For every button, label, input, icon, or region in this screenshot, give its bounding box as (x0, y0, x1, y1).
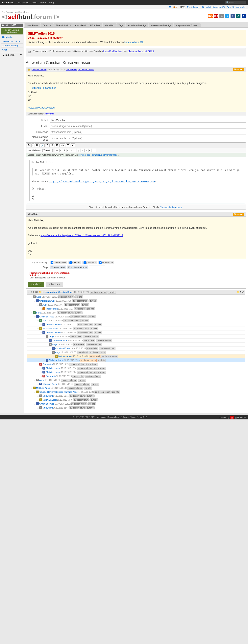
thread-author-link[interactable]: Auge (55, 351, 60, 354)
thread-main-author-link[interactable]: Christian Kruse (58, 291, 73, 293)
thread-forum-badge[interactable]: zu diesem forum (73, 398, 89, 402)
tag-xml-derivat-checkbox[interactable] (99, 262, 102, 264)
thread-info-badge[interactable]: zu diesem forum (101, 355, 118, 358)
sidebar-link-search[interactable]: SELFHTML Suche (1, 40, 23, 44)
thread-star[interactable]: ☆ (34, 391, 36, 393)
thread-author-link[interactable]: Auge (52, 343, 57, 346)
thread-main-forum-badge[interactable]: zu diesem forum (90, 291, 107, 294)
thread-forum-badge[interactable]: menschelei (77, 371, 89, 374)
tab-thread-ansicht[interactable]: Thread-Ansicht (54, 23, 73, 27)
thread-forum-badge[interactable]: zu diesem forum (66, 386, 83, 390)
tabulator-button[interactable]: Tabulator (42, 149, 53, 152)
tag-javascript[interactable]: javascript (82, 261, 97, 264)
thread-forum-badge[interactable]: menschelei (70, 335, 82, 338)
image-button[interactable]: 🖼 (55, 144, 60, 147)
laquo2-button[interactable]: « (88, 149, 91, 152)
thread-star[interactable]: ☆ (31, 312, 33, 314)
thread-author-link[interactable]: Sara (42, 320, 47, 322)
hash-button[interactable]: # (63, 149, 66, 152)
thread-star[interactable]: ☆ (34, 316, 36, 318)
thread-star[interactable]: ☆ (47, 340, 48, 342)
feedback-github-link[interactable]: öffne eine Issue auf GitHub (128, 50, 154, 52)
user-name-link[interactable]: Sara (173, 6, 178, 8)
tag-selfhtml-wiki-checkbox[interactable] (51, 262, 53, 264)
footer-selfhtml[interactable]: SELFHTML (85, 416, 95, 418)
thread-forum-badge[interactable]: zu diesem forum (73, 327, 89, 330)
thread-info-badge[interactable]: zur info (91, 382, 99, 386)
termitel-link[interactable]: @TERMITEL (235, 416, 247, 419)
thread-forum-badge[interactable]: zu diesem forum (58, 296, 74, 298)
meta-forum-select[interactable]: Meta-Forum (1, 53, 23, 57)
thread-star[interactable]: ☆ (37, 395, 39, 397)
preview-author-link[interactable]: Christian Kruse (32, 68, 46, 71)
thread-author-link[interactable]: Christian Kruse (46, 367, 61, 369)
footer-datenschutz[interactable]: Datenschutz (108, 416, 119, 418)
thread-forum-badge[interactable]: zu diesem forum (74, 382, 90, 386)
thread-forum-badge[interactable]: zu diesem forum (94, 390, 111, 394)
thread-info-badge[interactable]: zur info (94, 323, 102, 326)
arrow-right-button[interactable]: → (81, 149, 84, 152)
thread-forum-badge[interactable]: zu diesem forum (70, 402, 87, 405)
betreff-input[interactable] (50, 118, 246, 122)
thread-info-badge[interactable]: zur info (80, 319, 89, 322)
thread-author-link[interactable]: Auge (36, 296, 41, 298)
thread-author-link[interactable]: Auge (39, 379, 44, 381)
thread-star[interactable]: ☆ (37, 383, 39, 385)
tab-medaillen[interactable]: Medaillen (103, 23, 116, 27)
thread-author-link[interactable]: MudGuard (42, 406, 53, 409)
post-link[interactable]: Post (0) (227, 6, 234, 8)
em-dash-button[interactable]: — (55, 149, 59, 152)
thread-author-link[interactable]: Christian Kruse (42, 383, 57, 385)
ellipsis-button[interactable]: … (92, 149, 96, 152)
thread-info-badge[interactable]: zur info (74, 311, 82, 314)
thread-author-link[interactable]: Christian Kruse (46, 371, 61, 373)
thread-star[interactable]: ☆ (37, 399, 39, 401)
thread-star[interactable]: ☆ (31, 296, 33, 298)
tag-selfhtml[interactable]: selfhtml (68, 261, 81, 264)
thread-star[interactable]: ☆ (47, 344, 48, 346)
problematic-input[interactable] (50, 136, 246, 141)
thread-star[interactable]: ☆ (34, 379, 36, 381)
thread-author-link[interactable]: Christian Kruse (39, 300, 56, 302)
thread-forum-badge[interactable]: zu diesem forum (57, 311, 74, 314)
bold-button[interactable]: B (27, 144, 31, 147)
thread-info-badge[interactable]: zur info (83, 386, 92, 390)
quote-button[interactable]: "" (66, 144, 70, 147)
editor-content[interactable]: Hallo Matthias, Ah, oder meinst du, du k… (27, 158, 245, 204)
thread-forum-badge[interactable]: menschelei (86, 347, 98, 350)
editor-area[interactable]: Hallo Matthias, Ah, oder meinst du, du k… (27, 158, 245, 204)
eu-icon[interactable]: € (242, 14, 246, 18)
thread-info-badge[interactable]: zu diesem forum (84, 375, 101, 378)
thread-info-badge[interactable]: zur info (97, 359, 105, 362)
rss1-icon[interactable]: RSS (208, 14, 213, 18)
arrow-up-button[interactable]: ↑ (73, 149, 76, 152)
thread-author-link[interactable]: Christian Kruse (52, 339, 67, 342)
xing-icon[interactable]: X (236, 14, 240, 18)
thread-star[interactable]: ☆ (50, 351, 52, 354)
feedback-email-link[interactable]: forum@selfhtml.org (103, 50, 122, 52)
tab-benutzer[interactable]: Benutzer (41, 23, 54, 27)
thread-star[interactable]: ☆ (43, 336, 45, 338)
check-icon[interactable]: ✓ (242, 291, 244, 294)
rss2-icon[interactable]: rss (214, 14, 218, 18)
sidebar-link-zitate[interactable]: Zitatesammlung (1, 44, 23, 48)
thread-info-badge[interactable]: zu diesem forum (89, 371, 106, 374)
save-button[interactable]: speichern (28, 282, 44, 287)
email-input[interactable] (50, 124, 246, 128)
editor-link[interactable]: https://forum.selfhtml.org/meta/2015/oct… (49, 180, 155, 183)
thread-forum-badge[interactable]: menschelei (83, 339, 95, 342)
tag-selfhtml-checkbox[interactable] (69, 262, 72, 264)
thread-forum-badge[interactable]: zu diesem forum (70, 315, 87, 318)
new-post-button[interactable]: neuen Beitrag verfassen (1, 28, 23, 34)
list-button[interactable]: ☰ (45, 144, 50, 147)
triangle-up-button[interactable]: △ (77, 149, 80, 152)
thread-author-link[interactable]: Der Martin (46, 375, 56, 377)
thread-forum-badge[interactable]: menschelei (89, 355, 101, 358)
tab-interessante[interactable]: interessante Beiträge (149, 23, 173, 27)
thread-star[interactable]: ☆ (40, 308, 42, 310)
tag-javascript-checkbox[interactable] (83, 262, 86, 264)
footer-impressum[interactable]: Impressum (97, 416, 106, 418)
thread-info-badge[interactable]: zur info (111, 390, 120, 394)
thread-forum-badge[interactable]: zu diesem forum (64, 304, 81, 306)
nav-selfhtml[interactable]: SELFHTML (18, 2, 29, 4)
